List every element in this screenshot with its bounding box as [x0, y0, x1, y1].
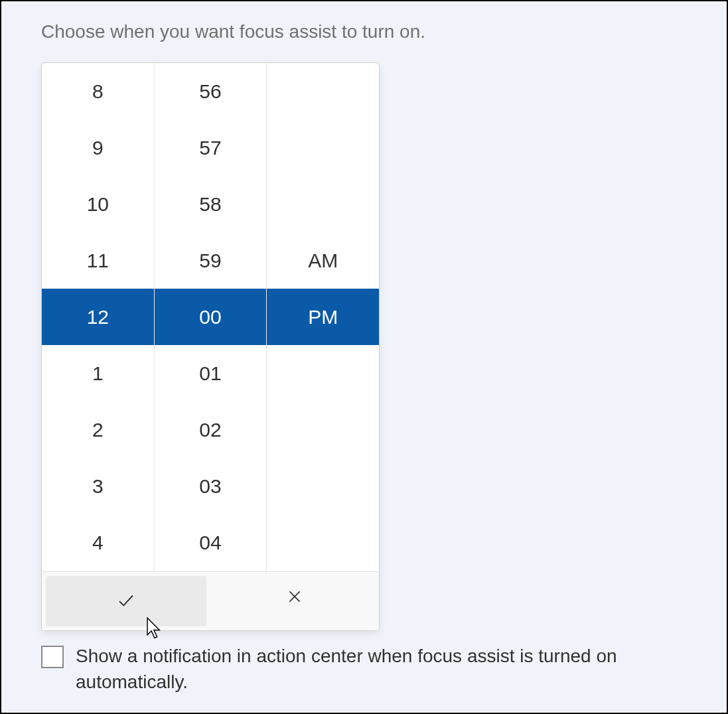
period-option-empty [267, 345, 379, 401]
minute-option-selected[interactable]: 00 [155, 289, 267, 345]
minute-option[interactable]: 57 [155, 119, 267, 176]
minute-option[interactable]: 02 [155, 402, 267, 459]
notification-checkbox-label: Show a notification in action center whe… [76, 643, 686, 695]
hour-option[interactable]: 4 [42, 515, 154, 571]
minute-option[interactable]: 04 [155, 515, 267, 571]
hour-option-selected[interactable]: 12 [42, 289, 154, 345]
notification-checkbox-row: Show a notification in action center whe… [41, 643, 687, 695]
period-option-empty [267, 459, 379, 515]
time-picker-columns: 8 9 10 11 12 1 2 3 4 56 57 58 59 00 01 0… [42, 63, 379, 571]
minute-option[interactable]: 56 [155, 63, 267, 119]
period-option[interactable]: AM [267, 232, 379, 289]
period-option-empty [267, 402, 379, 459]
hour-option[interactable]: 3 [42, 459, 154, 515]
minute-option[interactable]: 59 [155, 232, 267, 289]
hour-option[interactable]: 2 [42, 402, 154, 459]
period-option-empty [267, 63, 379, 119]
period-option-selected[interactable]: PM [267, 289, 379, 345]
close-icon [286, 588, 303, 607]
period-option-empty [267, 176, 379, 232]
notification-checkbox[interactable] [41, 646, 64, 668]
hour-option[interactable]: 9 [42, 119, 154, 176]
minute-column[interactable]: 56 57 58 59 00 01 02 03 04 [154, 63, 267, 571]
hour-option[interactable]: 11 [42, 232, 154, 289]
hour-option[interactable]: 10 [42, 176, 154, 232]
hour-option[interactable]: 1 [42, 345, 154, 401]
time-picker: 8 9 10 11 12 1 2 3 4 56 57 58 59 00 01 0… [41, 62, 380, 631]
period-column[interactable]: AM PM [266, 63, 379, 571]
hour-option[interactable]: 8 [42, 63, 154, 119]
time-picker-footer [42, 571, 379, 630]
minute-option[interactable]: 03 [155, 459, 267, 515]
accept-button[interactable] [46, 576, 206, 626]
cancel-button[interactable] [210, 572, 379, 622]
check-icon [116, 591, 136, 612]
minute-option[interactable]: 58 [155, 176, 267, 232]
hour-column[interactable]: 8 9 10 11 12 1 2 3 4 [42, 63, 154, 571]
period-option-empty [267, 515, 379, 571]
instruction-text: Choose when you want focus assist to tur… [41, 21, 687, 42]
minute-option[interactable]: 01 [155, 345, 267, 401]
period-option-empty [267, 119, 379, 176]
